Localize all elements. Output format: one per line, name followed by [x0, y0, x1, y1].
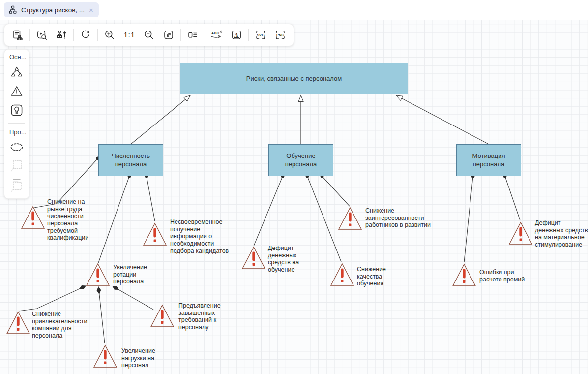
- risk-label[interactable]: Снижение качества обучения: [357, 266, 401, 287]
- risk-triangle-icon[interactable]: [143, 222, 167, 247]
- refresh-icon[interactable]: [76, 26, 95, 44]
- zoom-level: 1:1: [123, 31, 135, 39]
- toolbar-separator: [29, 29, 30, 41]
- select-zoom-icon[interactable]: [32, 26, 52, 44]
- warning-triangle-icon[interactable]: [8, 83, 26, 99]
- toolbar-separator: [180, 29, 181, 41]
- risk-label[interactable]: Увеличение ротации персонала: [113, 264, 158, 285]
- risk-triangle-icon[interactable]: [150, 304, 175, 328]
- export-png-icon[interactable]: PNG: [270, 26, 290, 44]
- dashed-callout-lines-icon: [8, 178, 26, 193]
- bulb-icon[interactable]: [8, 102, 26, 118]
- risk-label[interactable]: Дефицит денежных средств на материальное…: [535, 219, 588, 249]
- risk-triangle-icon[interactable]: [21, 205, 45, 230]
- abc-arrow-icon[interactable]: ABC: [207, 26, 227, 44]
- dashed-callout-icon: [8, 158, 26, 174]
- risk-triangle-icon[interactable]: [241, 246, 266, 270]
- svg-badge-text: SVG: [257, 33, 265, 37]
- hierarchy-up-icon[interactable]: [52, 26, 71, 44]
- palette-divider: [8, 123, 25, 124]
- risk-triangle-icon[interactable]: [86, 262, 110, 287]
- risk-label[interactable]: Дефицит денежных средств на обучение: [268, 245, 315, 274]
- category-node[interactable]: Численность персонала: [98, 144, 163, 176]
- font-icon[interactable]: A: [227, 26, 246, 44]
- fit-screen-icon[interactable]: [159, 26, 178, 44]
- png-badge-text: PNG: [276, 33, 284, 37]
- risk-label[interactable]: Ошибки при расчете премий: [479, 269, 534, 283]
- tab-title: Структура рисков, ...: [21, 6, 85, 14]
- risk-triangle-icon[interactable]: [338, 206, 362, 231]
- org-chart-icon: [8, 5, 17, 14]
- toolbar-separator: [97, 29, 98, 41]
- category-node[interactable]: Мотивация персонала: [456, 144, 521, 176]
- export-svg-icon[interactable]: SVG: [251, 26, 270, 44]
- tab-bar: Структура рисков, ... ×: [0, 0, 588, 20]
- toolbar-separator: [248, 29, 249, 41]
- toolbar-separator: [73, 29, 74, 41]
- risk-triangle-icon[interactable]: [6, 311, 30, 335]
- risk-triangle-icon[interactable]: [330, 262, 354, 287]
- outline-icon[interactable]: [183, 26, 203, 44]
- toolbar-separator: [205, 29, 205, 41]
- risk-triangle-icon[interactable]: [452, 263, 476, 287]
- risk-label[interactable]: Снижение привлекательности компании для …: [32, 311, 95, 340]
- category-node[interactable]: Обучение персонала: [268, 144, 333, 176]
- risk-label[interactable]: Снижение заинтересованности работников в…: [365, 207, 437, 229]
- zoom-in-icon[interactable]: [100, 26, 119, 44]
- risk-triangle-icon[interactable]: [508, 221, 533, 246]
- main-toolbar: 1:1 ABC: [4, 24, 294, 46]
- risk-label[interactable]: Предъявление завышенных требований к пер…: [178, 302, 234, 331]
- risk-triangle-icon[interactable]: [93, 344, 118, 369]
- tab-structure-of-risks[interactable]: Структура рисков, ... ×: [4, 2, 99, 17]
- zoom-out-icon[interactable]: [139, 26, 159, 44]
- shape-palette: Осн... Про...: [4, 49, 29, 199]
- font-icon-letter: A: [234, 32, 238, 38]
- abc-icon-text: ABC: [211, 31, 219, 35]
- triangle-hierarchy-icon[interactable]: [8, 64, 26, 80]
- dashed-ellipse-icon[interactable]: [8, 139, 26, 155]
- root-node[interactable]: Риски, связанные с персоналом: [180, 63, 408, 94]
- generalization-edges: [131, 95, 489, 144]
- palette-section-main: Осн...: [4, 53, 27, 61]
- structure-settings-icon[interactable]: [8, 26, 28, 44]
- tab-close-icon[interactable]: ×: [88, 6, 94, 14]
- risk-label[interactable]: Увеличение нагрузки на персонал: [121, 347, 171, 369]
- risk-label[interactable]: Снижение на рынке труда численности перс…: [47, 198, 102, 242]
- risk-label[interactable]: Несвоевременное получение информации о н…: [170, 218, 235, 254]
- palette-section-other: Про...: [4, 128, 27, 136]
- zoom-reset-button[interactable]: 1:1: [119, 26, 139, 44]
